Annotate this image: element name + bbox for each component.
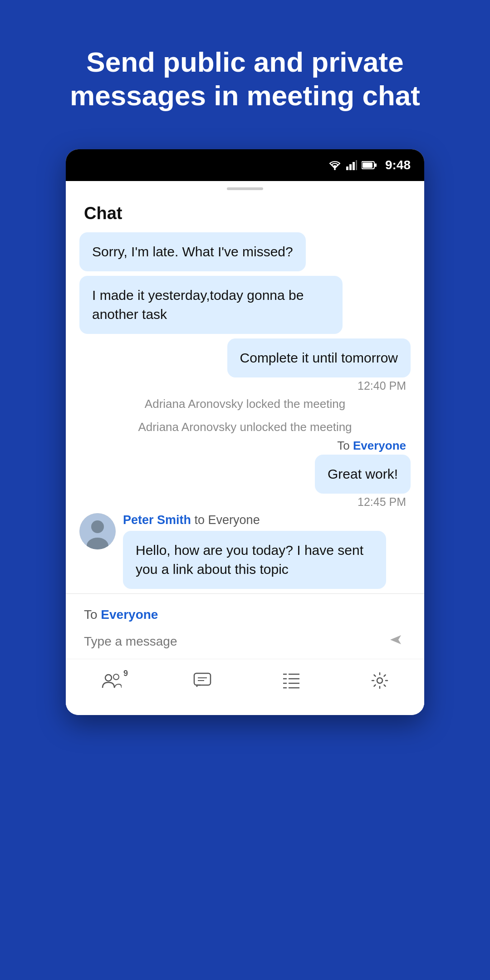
nav-agenda[interactable]: [274, 669, 309, 696]
page-title: Send public and private messages in meet…: [0, 0, 490, 140]
system-msg-1: Adriana Aronovsky locked the meeting: [66, 392, 424, 416]
chat-panel: Chat Sorry, I'm late. What I've missed? …: [66, 195, 424, 715]
drag-handle: [227, 187, 263, 190]
send-button[interactable]: [385, 629, 406, 654]
settings-icon: [371, 672, 388, 693]
battery-icon: [362, 161, 377, 169]
chat-icon: [193, 672, 211, 693]
bottom-nav: 9: [66, 659, 424, 710]
sender-name: Peter Smith: [123, 513, 191, 527]
message-2: I made it yesterday,today gonna be anoth…: [79, 276, 343, 334]
messages-list: Sorry, I'm late. What I've missed? I mad…: [66, 232, 424, 392]
peter-message-bubble: Hello, how are you today? I have sent yo…: [123, 531, 386, 589]
sender-line: Peter Smith to Everyone: [123, 513, 411, 527]
status-icons: 9:48: [328, 158, 411, 172]
svg-rect-1: [346, 167, 348, 170]
svg-point-9: [91, 520, 104, 533]
message-3: Complete it until tomorrow: [227, 338, 411, 377]
sender-to-text: to Everyone: [195, 513, 260, 527]
svg-rect-2: [349, 164, 352, 170]
svg-point-24: [377, 678, 382, 683]
signal-icon: [346, 160, 357, 170]
message-1: Sorry, I'm late. What I've missed?: [79, 232, 306, 271]
to-everyone-label: To Everyone: [79, 439, 411, 453]
status-time: 9:48: [385, 158, 411, 172]
nav-settings[interactable]: [362, 668, 397, 697]
svg-point-12: [113, 674, 119, 680]
message-3-group: Complete it until tomorrow 12:40 PM: [79, 338, 411, 392]
svg-point-11: [105, 675, 112, 681]
participants-icon: 9: [102, 672, 122, 693]
compose-divider: [66, 593, 424, 594]
message-3-time: 12:40 PM: [358, 379, 411, 392]
svg-point-0: [334, 168, 336, 170]
phone-mockup: 9:48 Chat Sorry, I'm late. What I've mis…: [66, 149, 424, 715]
agenda-icon: [283, 672, 299, 693]
message-input[interactable]: [84, 630, 385, 653]
everyone-highlight: Everyone: [353, 439, 406, 452]
svg-rect-4: [356, 160, 357, 170]
svg-rect-13: [194, 673, 211, 685]
wifi-icon: [328, 160, 342, 170]
compose-to-label: To Everyone: [84, 608, 406, 622]
chat-title: Chat: [66, 199, 424, 232]
svg-rect-3: [353, 162, 355, 170]
svg-rect-7: [375, 163, 377, 167]
system-msg-2: Adriana Aronovsky unlocked the meeting: [66, 416, 424, 439]
great-work-time: 12:45 PM: [79, 495, 411, 509]
peter-message-content: Peter Smith to Everyone Hello, how are y…: [123, 513, 411, 589]
nav-participants[interactable]: 9: [93, 669, 131, 696]
compose-everyone: Everyone: [101, 608, 158, 622]
status-bar: 9:48: [66, 149, 424, 181]
peter-avatar: [79, 513, 116, 549]
compose-row: [84, 629, 406, 654]
compose-area: To Everyone: [66, 598, 424, 659]
great-work-message: Great work!: [315, 455, 411, 494]
peter-message-group: Peter Smith to Everyone Hello, how are y…: [66, 513, 424, 589]
participants-badge: 9: [123, 669, 128, 678]
nav-chat[interactable]: [184, 669, 220, 696]
send-icon: [387, 632, 404, 648]
svg-rect-6: [363, 162, 372, 168]
outgoing-everyone-group: To Everyone Great work! 12:45 PM: [66, 439, 424, 509]
